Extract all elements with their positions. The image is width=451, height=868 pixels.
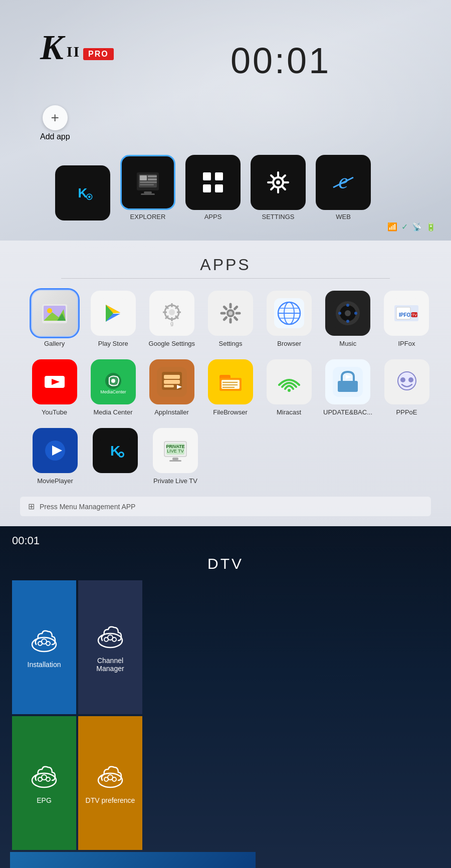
svg-rect-15 xyxy=(215,184,223,192)
svg-point-114 xyxy=(120,453,123,456)
home-screen: K II PRO 00:01 + Add app K ⦿ xyxy=(0,0,451,241)
miracast-icon xyxy=(267,359,312,404)
wifi-icon: 📶 xyxy=(387,222,397,232)
app-item-privatelive[interactable]: PRIVATE LIVE TV Private Live TV xyxy=(150,428,200,485)
dock-label-explorer: EXPLORER xyxy=(130,213,166,221)
dock-item-settings[interactable]: SETTINGS xyxy=(251,155,306,221)
svg-rect-6 xyxy=(148,175,157,177)
add-app-button[interactable]: + Add app xyxy=(40,105,70,141)
svg-point-71 xyxy=(354,312,357,315)
add-app-label: Add app xyxy=(40,132,70,141)
home-clock: 00:01 xyxy=(231,40,331,81)
filebrowser-label: FileBrowser xyxy=(213,408,248,416)
app-item-pppoe[interactable]: PPPoE xyxy=(382,359,431,416)
svg-point-146 xyxy=(104,777,108,781)
gallery-label: Gallery xyxy=(44,340,65,347)
dtv-epg-button[interactable]: EPG xyxy=(12,716,76,850)
app-item-filebrowser[interactable]: FileBrowser xyxy=(206,359,255,416)
installation-cloud-icon xyxy=(29,626,59,657)
svg-point-134 xyxy=(38,641,42,645)
music-label: Music xyxy=(339,340,356,347)
management-text: Press Menu Management APP xyxy=(40,503,135,511)
playstore-label: Play Store xyxy=(98,340,128,347)
dock-item-apps[interactable]: APPS xyxy=(185,155,241,221)
browser-icon xyxy=(267,291,312,336)
management-bar: ⊞ Press Menu Management APP xyxy=(20,497,431,516)
svg-point-30 xyxy=(47,308,52,313)
app-item-appinstaller[interactable]: AppInstaller xyxy=(147,359,196,416)
logo-area: K II PRO xyxy=(40,30,114,65)
appinstaller-icon xyxy=(149,359,194,404)
ipfox-icon: IPFOX TV xyxy=(384,291,429,336)
app-item-movieplayer[interactable]: MoviePlayer xyxy=(30,428,80,485)
appinstaller-label: AppInstaller xyxy=(154,408,189,416)
app-item-miracast[interactable]: Miracast xyxy=(265,359,313,416)
dtv-installation-button[interactable]: Installation xyxy=(12,580,76,714)
app-item-youtube[interactable]: YouTube xyxy=(30,359,79,416)
dtv-menu-grid: Installation Channel Manager xyxy=(12,580,142,850)
svg-line-24 xyxy=(282,175,285,178)
channel-label: Channel Manager xyxy=(83,657,137,673)
logo-ii: II xyxy=(67,43,80,60)
dtv-content: Installation Channel Manager xyxy=(0,580,451,850)
web-icon: e xyxy=(316,155,371,210)
ipfox-label: IPFox xyxy=(398,340,415,347)
svg-point-17 xyxy=(276,180,280,184)
kodi-icon: K ⦿ xyxy=(55,165,110,221)
svg-text:⦿: ⦿ xyxy=(86,193,93,201)
installation-label: Installation xyxy=(28,661,61,669)
app-item-browser[interactable]: Browser xyxy=(265,291,314,347)
app-item-settings[interactable]: Settings xyxy=(206,291,255,347)
svg-rect-88 xyxy=(164,375,180,379)
googlesettings-label: Google Settings xyxy=(149,340,195,347)
svg-rect-121 xyxy=(169,460,181,462)
apps-screen: APPS Gallery xyxy=(0,241,451,526)
check-icon: ✓ xyxy=(401,222,408,232)
add-app-circle-icon: + xyxy=(43,105,68,130)
app-item-updatebac[interactable]: UPDATE&BAC... xyxy=(323,359,372,416)
svg-point-135 xyxy=(46,641,50,645)
apps-title: APPS xyxy=(20,256,431,274)
dock-label-settings: SETTINGS xyxy=(262,213,294,221)
privatelive-icon: PRIVATE LIVE TV xyxy=(153,428,198,473)
app-item-ipfox[interactable]: IPFOX TV IPFox xyxy=(382,291,431,347)
mediacenter-label: Media Center xyxy=(93,408,132,416)
filebrowser-icon xyxy=(208,359,253,404)
apps-row-3: MoviePlayer K PRIVATE xyxy=(20,428,431,485)
updatebac-label: UPDATE&BAC... xyxy=(323,408,372,416)
dock-label-apps: APPS xyxy=(204,213,222,221)
dtv-channel-button[interactable]: Channel Manager xyxy=(78,580,142,714)
dock-item-explorer[interactable]: EXPLORER xyxy=(120,155,175,221)
svg-point-70 xyxy=(338,312,341,315)
preference-cloud-icon xyxy=(95,762,125,792)
app-item-mediacenter[interactable]: MediaCenter Media Center xyxy=(89,359,137,416)
svg-point-100 xyxy=(288,389,291,392)
app-item-kodi2[interactable]: K xyxy=(90,428,140,477)
svg-point-84 xyxy=(111,379,115,383)
youtube-icon xyxy=(32,359,77,404)
svg-rect-89 xyxy=(164,380,180,384)
apps-row-1: Gallery Play Store xyxy=(20,291,431,347)
status-bar: 📶 ✓ 📡 🔋 xyxy=(387,222,436,232)
dtv-screen: 00:01 DTV xyxy=(0,526,451,868)
dtv-preference-button[interactable]: DTV preference xyxy=(78,716,142,850)
svg-text:g: g xyxy=(170,320,173,326)
app-item-googlesettings[interactable]: g Google Settings xyxy=(147,291,196,347)
channel-cloud-icon xyxy=(95,622,125,653)
svg-rect-8 xyxy=(140,181,157,183)
app-item-gallery[interactable]: Gallery xyxy=(30,291,79,347)
privatelive-label: Private Live TV xyxy=(153,477,197,485)
app-item-playstore[interactable]: Play Store xyxy=(89,291,137,347)
browser-label: Browser xyxy=(277,340,301,347)
logo-k: K xyxy=(40,30,64,65)
music-icon xyxy=(325,291,370,336)
svg-rect-120 xyxy=(172,458,178,460)
svg-rect-14 xyxy=(203,184,211,192)
svg-rect-5 xyxy=(140,175,147,180)
dock-item-kodi[interactable]: K ⦿ xyxy=(55,165,110,221)
mediacenter-icon: MediaCenter xyxy=(91,359,136,404)
svg-rect-10 xyxy=(144,191,152,193)
svg-rect-9 xyxy=(140,184,154,185)
dock-item-web[interactable]: e WEB xyxy=(316,155,371,221)
app-item-music[interactable]: Music xyxy=(324,291,372,347)
